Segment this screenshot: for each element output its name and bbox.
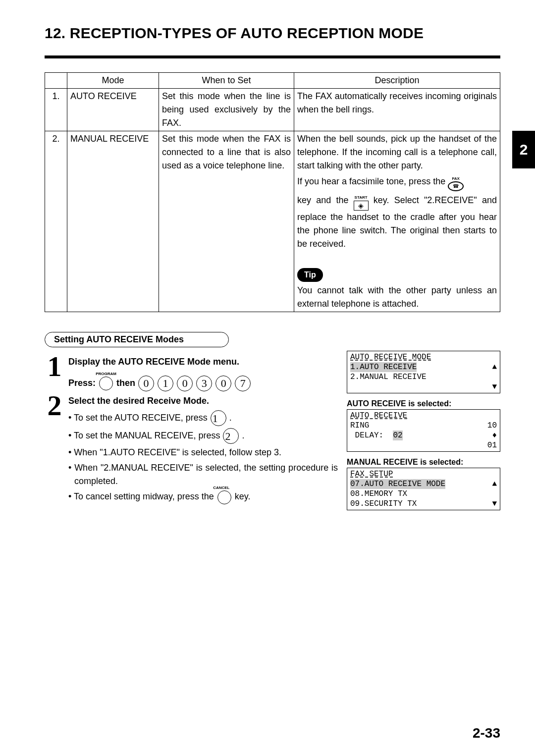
lcd3-l4: 09.SECURITY TX: [350, 499, 417, 509]
th-num: [45, 73, 67, 89]
row1-num: 1.: [45, 89, 67, 131]
row1-when: Set this mode when the line is being use…: [159, 89, 294, 131]
desc-l1: When the bell sounds, pick up the handse…: [297, 134, 497, 170]
setting-heading: Setting AUTO RECEIVE Modes: [45, 332, 229, 347]
desc-l2b: key and the: [297, 195, 354, 205]
row1-desc: The FAX automatically receives incoming …: [294, 89, 500, 131]
step-1-head: Display the AUTO RECEIVE Mode menu.: [68, 355, 338, 369]
bullet-1: To set the AUTO RECEIVE, press 1 .: [68, 410, 338, 426]
lcd2-l2a: RING: [350, 421, 369, 431]
row2-mode: MANUAL RECEIVE: [67, 131, 159, 312]
digit-key-1: 1: [158, 376, 173, 391]
bullet-5: To cancel setting midway, press the CANC…: [68, 490, 338, 504]
bullet-3: When "1.AUTO RECEIVE" is selected, follo…: [68, 446, 338, 459]
lcd3-l1: FAX SETUP: [350, 469, 393, 479]
cancel-key: CANCEL: [217, 490, 231, 504]
lcd2-l4: 01: [487, 440, 497, 450]
chapter-tab: 2: [512, 131, 535, 168]
table-row: 1. AUTO RECEIVE Set this mode when the l…: [45, 89, 500, 131]
page-number: 2-33: [473, 725, 500, 741]
right-head-2: MANUAL RECEIVE is selected:: [347, 458, 500, 467]
digit-key-2: 0: [177, 376, 193, 391]
table-row: 2. MANUAL RECEIVE Set this mode when the…: [45, 131, 500, 312]
bullet-2: To set the MANUAL RECEIVE, press 2 .: [68, 428, 338, 444]
desc-l2a: If you hear a facsimile tone, press the: [297, 176, 448, 186]
cancel-label: CANCEL: [219, 485, 229, 491]
up-arrow-icon: ▲: [492, 479, 497, 489]
lcd-auto-receive-mode: AUTO RECEIVE MODE 1.AUTO RECEIVE▲ 2.MANU…: [347, 351, 500, 393]
lcd-auto-receive: AUTO RECEIVE RING10 DELAY: 02♦ 01: [347, 409, 500, 452]
key-1: 1: [211, 410, 226, 426]
program-key: PROGRAM: [99, 377, 113, 390]
lcd1-l1: AUTO RECEIVE MODE: [350, 352, 431, 362]
step-1: 1 Display the AUTO RECEIVE Mode menu. Pr…: [45, 355, 338, 392]
digit-key-0: 0: [138, 376, 154, 391]
lcd2-l1: AUTO RECEIVE: [350, 411, 407, 421]
step-2: 2 Select the desired Receive Mode. To se…: [45, 394, 338, 506]
fax-label: FAX: [452, 176, 460, 181]
press-label: Press:: [68, 378, 96, 388]
step-2-number: 2: [45, 394, 64, 417]
lcd2-l3b: 02: [393, 431, 402, 440]
updown-arrow-icon: ♦: [492, 431, 497, 440]
bullet-4: When "2.MANUAL RECEIVE" is selected, the…: [68, 461, 338, 488]
lcd3-l3: 08.MEMORY TX: [350, 489, 407, 499]
down-arrow-icon: ▼: [492, 382, 497, 392]
b1c: .: [229, 413, 232, 423]
b2a: To set the MANUAL RECEIVE, press: [74, 431, 222, 440]
then-label: then: [116, 378, 135, 388]
divider: [45, 55, 500, 58]
lcd3-l2: 07.AUTO RECEIVE MODE: [350, 479, 445, 489]
right-head-1: AUTO RECEIVE is selected:: [347, 399, 500, 408]
step-2-head: Select the desired Receive Mode.: [68, 394, 338, 408]
step-1-number: 1: [45, 355, 64, 378]
digit-key-3: 3: [196, 376, 212, 391]
page-title: 12. RECEPTION-TYPES OF AUTO RECEPTION MO…: [45, 25, 500, 42]
th-when: When to Set: [159, 73, 294, 89]
start-key: START ◈: [354, 191, 369, 210]
program-label: PROGRAM: [96, 371, 116, 377]
diamond-icon: ◈: [354, 201, 369, 211]
th-mode: Mode: [67, 73, 159, 89]
start-label: START: [355, 195, 368, 200]
lcd1-l2: 1.AUTO RECEIVE: [350, 362, 417, 372]
b5a: To cancel setting midway, press the: [74, 491, 216, 501]
b5c: key.: [235, 491, 251, 501]
b1a: To set the AUTO RECEIVE, press: [74, 413, 210, 423]
row1-mode: AUTO RECEIVE: [67, 89, 159, 131]
fax-key: FAX ☎: [448, 172, 464, 191]
up-arrow-icon: ▲: [492, 362, 497, 372]
lcd-fax-setup: FAX SETUP 07.AUTO RECEIVE MODE▲ 08.MEMOR…: [347, 468, 500, 510]
down-arrow-icon: ▼: [492, 499, 497, 509]
key-2: 2: [223, 428, 239, 444]
fax-icon: ☎: [448, 181, 464, 191]
lcd1-l3: 2.MANUAL RECEIVE: [350, 372, 427, 382]
row2-desc: When the bell sounds, pick up the handse…: [294, 131, 500, 312]
th-desc: Description: [294, 73, 500, 89]
tip-text: You cannot talk with the other party unl…: [297, 285, 497, 309]
lcd2-l3a: DELAY:: [350, 431, 383, 440]
digit-key-4: 0: [215, 376, 231, 391]
digit-key-5: 7: [235, 376, 251, 391]
row2-num: 2.: [45, 131, 67, 312]
modes-table: Mode When to Set Description 1. AUTO REC…: [45, 72, 500, 312]
lcd2-l2b: 10: [487, 421, 497, 431]
tip-badge: Tip: [297, 268, 323, 282]
b2c: .: [242, 431, 244, 440]
row2-when: Set this mode when the FAX is connected …: [159, 131, 294, 312]
